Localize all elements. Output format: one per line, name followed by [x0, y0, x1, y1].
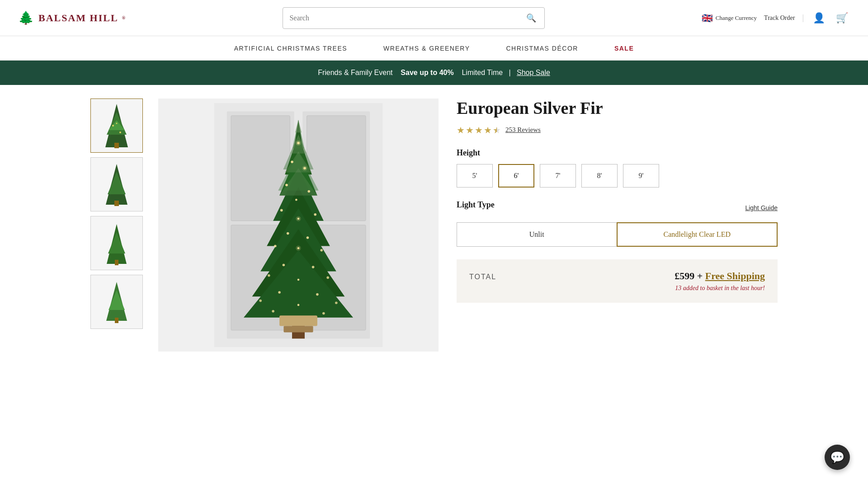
promo-text-before: Friends & Family Event	[318, 69, 392, 76]
free-shipping-link[interactable]: Free Shipping	[705, 270, 765, 282]
star-rating: ★ ★ ★ ★ ★ ★	[457, 125, 501, 136]
promo-bold-text: Save up to 40%	[401, 69, 453, 76]
svg-point-50	[274, 245, 277, 248]
product-info: European Silver Fir ★ ★ ★ ★ ★ ★ 253 Revi…	[452, 99, 778, 352]
reviews-link[interactable]: 253 Reviews	[505, 126, 541, 134]
svg-point-61	[335, 301, 338, 304]
currency-selector[interactable]: 🇬🇧 Change Currency	[702, 13, 757, 23]
search-box: 🔍	[283, 7, 545, 29]
svg-point-51	[320, 249, 323, 252]
thumbnail-3[interactable]	[90, 216, 143, 270]
svg-point-5	[119, 131, 121, 133]
svg-point-54	[312, 266, 315, 268]
svg-point-59	[316, 293, 319, 296]
svg-marker-8	[108, 172, 126, 194]
light-type-label: Light Type	[457, 200, 495, 210]
total-row: TOTAL £599 + Free Shipping 13 added to b…	[469, 270, 765, 292]
height-btn-9ft[interactable]: 9'	[623, 164, 659, 188]
light-guide-link[interactable]: Light Guide	[745, 204, 778, 211]
svg-point-40	[291, 161, 293, 164]
nav-item-wreaths[interactable]: WREATHS & GREENERY	[383, 45, 470, 52]
light-btn-candlelight[interactable]: Candlelight Clear LED	[617, 222, 778, 247]
star-4: ★	[484, 125, 492, 136]
light-type-section: Light Type Light Guide Unlit Candlelight…	[457, 200, 778, 247]
thumbnail-tree-svg-3	[103, 221, 130, 266]
svg-point-45	[280, 209, 283, 212]
svg-point-67	[296, 216, 301, 221]
divider: |	[802, 13, 804, 23]
svg-rect-3	[114, 143, 119, 148]
svg-point-57	[297, 279, 300, 281]
svg-point-64	[322, 312, 325, 315]
nav-item-trees[interactable]: ARTIFICIAL CHRISTMAS TREES	[234, 45, 347, 52]
thumbnail-4[interactable]	[90, 275, 143, 329]
logo[interactable]: 🌲 BALSAM HILL ®	[18, 10, 126, 25]
thumbnail-2[interactable]	[90, 157, 143, 211]
svg-point-60	[259, 300, 262, 302]
svg-point-65	[296, 141, 301, 145]
svg-rect-70	[283, 326, 313, 332]
account-button[interactable]: 👤	[811, 12, 827, 24]
total-price: £599 + Free Shipping	[675, 270, 765, 282]
star-1: ★	[457, 125, 465, 136]
search-input[interactable]	[289, 14, 524, 22]
logo-area: 🌲 BALSAM HILL ®	[18, 10, 126, 25]
thumbnail-column	[90, 99, 149, 352]
search-icon: 🔍	[526, 14, 536, 23]
height-btn-6ft[interactable]: 6'	[498, 164, 534, 188]
promo-separator: |	[509, 69, 511, 76]
svg-rect-15	[115, 318, 118, 323]
height-section: Height 5' 6' 7' 8' 9'	[457, 148, 778, 188]
height-btn-7ft[interactable]: 7'	[540, 164, 576, 188]
svg-point-56	[326, 277, 329, 279]
promo-text-after: Limited Time	[462, 69, 503, 76]
svg-point-6	[116, 123, 118, 124]
svg-point-62	[297, 304, 300, 306]
height-label: Height	[457, 148, 778, 158]
star-5-half: ★ ★	[493, 125, 501, 136]
search-area: 🔍	[135, 7, 693, 29]
basket-urgent: 13 added to basket in the last hour!	[675, 285, 765, 292]
svg-marker-14	[108, 290, 125, 310]
logo-tree-icon: 🌲	[18, 10, 35, 25]
thumbnail-tree-svg-2	[103, 162, 130, 207]
svg-rect-12	[115, 260, 118, 265]
svg-marker-11	[108, 232, 125, 253]
total-label: TOTAL	[469, 273, 496, 281]
cart-icon: 🛒	[836, 12, 848, 23]
total-price-area: £599 + Free Shipping 13 added to basket …	[675, 270, 765, 292]
search-button[interactable]: 🔍	[524, 13, 538, 23]
price-amount: £599	[675, 270, 694, 282]
height-btn-5ft[interactable]: 5'	[457, 164, 493, 188]
flag-icon: 🇬🇧	[702, 13, 713, 23]
cart-button[interactable]: 🛒	[834, 12, 850, 24]
light-btn-unlit[interactable]: Unlit	[457, 222, 617, 247]
product-page: European Silver Fir ★ ★ ★ ★ ★ ★ 253 Revi…	[72, 85, 796, 365]
main-nav: ARTIFICIAL CHRISTMAS TREES WREATHS & GRE…	[0, 36, 868, 61]
nav-item-sale[interactable]: SALE	[614, 45, 634, 52]
light-options: Unlit Candlelight Clear LED	[457, 222, 778, 247]
nav-item-decor[interactable]: CHRISTMAS DÉCOR	[506, 45, 578, 52]
thumbnail-tree-svg-4	[103, 279, 130, 324]
product-title: European Silver Fir	[457, 99, 778, 118]
svg-point-49	[307, 236, 309, 239]
svg-point-58	[278, 291, 281, 294]
height-btn-8ft[interactable]: 8'	[581, 164, 618, 188]
svg-rect-9	[114, 201, 119, 206]
star-3: ★	[475, 125, 483, 136]
thumbnail-1[interactable]	[90, 99, 143, 153]
svg-point-55	[268, 274, 270, 277]
rating-row: ★ ★ ★ ★ ★ ★ 253 Reviews	[457, 125, 778, 136]
svg-point-53	[283, 264, 285, 267]
svg-point-4	[112, 125, 114, 127]
promo-shop-sale-link[interactable]: Shop Sale	[517, 69, 550, 76]
track-order-link[interactable]: Track Order	[764, 14, 795, 22]
logo-text-label: BALSAM HILL	[38, 12, 118, 24]
main-product-image	[158, 99, 439, 352]
svg-point-42	[285, 184, 288, 187]
svg-point-48	[287, 232, 289, 235]
svg-point-46	[314, 213, 316, 216]
svg-point-44	[295, 199, 297, 201]
height-options: 5' 6' 7' 8' 9'	[457, 164, 778, 188]
header-right: 🇬🇧 Change Currency Track Order | 👤 🛒	[702, 12, 850, 24]
